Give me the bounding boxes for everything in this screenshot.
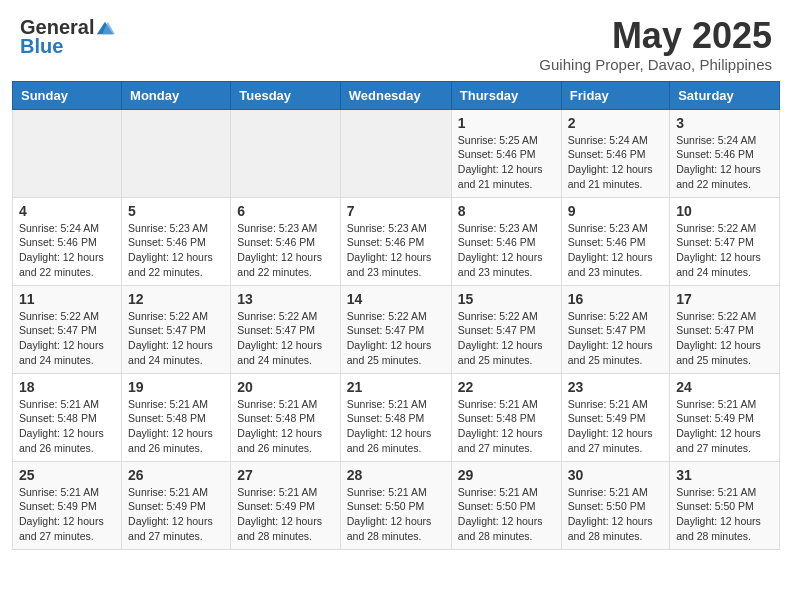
calendar-day-cell: 6Sunrise: 5:23 AMSunset: 5:46 PMDaylight… bbox=[231, 197, 340, 285]
day-info: Sunrise: 5:21 AMSunset: 5:48 PMDaylight:… bbox=[128, 397, 224, 456]
day-number: 20 bbox=[237, 379, 333, 395]
day-info: Sunrise: 5:22 AMSunset: 5:47 PMDaylight:… bbox=[19, 309, 115, 368]
calendar-day-cell: 26Sunrise: 5:21 AMSunset: 5:49 PMDayligh… bbox=[122, 461, 231, 549]
month-title: May 2025 bbox=[539, 16, 772, 56]
day-number: 27 bbox=[237, 467, 333, 483]
day-info: Sunrise: 5:22 AMSunset: 5:47 PMDaylight:… bbox=[568, 309, 663, 368]
day-number: 13 bbox=[237, 291, 333, 307]
day-info: Sunrise: 5:21 AMSunset: 5:49 PMDaylight:… bbox=[128, 485, 224, 544]
calendar-week-row: 4Sunrise: 5:24 AMSunset: 5:46 PMDaylight… bbox=[13, 197, 780, 285]
calendar-day-cell: 21Sunrise: 5:21 AMSunset: 5:48 PMDayligh… bbox=[340, 373, 451, 461]
day-number: 22 bbox=[458, 379, 555, 395]
calendar-week-row: 25Sunrise: 5:21 AMSunset: 5:49 PMDayligh… bbox=[13, 461, 780, 549]
day-number: 11 bbox=[19, 291, 115, 307]
day-info: Sunrise: 5:23 AMSunset: 5:46 PMDaylight:… bbox=[347, 221, 445, 280]
day-of-week-header: Friday bbox=[561, 81, 669, 109]
calendar-day-cell: 2Sunrise: 5:24 AMSunset: 5:46 PMDaylight… bbox=[561, 109, 669, 197]
day-info: Sunrise: 5:25 AMSunset: 5:46 PMDaylight:… bbox=[458, 133, 555, 192]
calendar-day-cell: 31Sunrise: 5:21 AMSunset: 5:50 PMDayligh… bbox=[670, 461, 780, 549]
day-info: Sunrise: 5:21 AMSunset: 5:48 PMDaylight:… bbox=[19, 397, 115, 456]
calendar-day-cell: 30Sunrise: 5:21 AMSunset: 5:50 PMDayligh… bbox=[561, 461, 669, 549]
day-number: 19 bbox=[128, 379, 224, 395]
day-number: 29 bbox=[458, 467, 555, 483]
calendar-week-row: 11Sunrise: 5:22 AMSunset: 5:47 PMDayligh… bbox=[13, 285, 780, 373]
calendar-header-row: SundayMondayTuesdayWednesdayThursdayFrid… bbox=[13, 81, 780, 109]
day-info: Sunrise: 5:24 AMSunset: 5:46 PMDaylight:… bbox=[676, 133, 773, 192]
day-info: Sunrise: 5:21 AMSunset: 5:48 PMDaylight:… bbox=[237, 397, 333, 456]
calendar-day-cell: 11Sunrise: 5:22 AMSunset: 5:47 PMDayligh… bbox=[13, 285, 122, 373]
day-of-week-header: Tuesday bbox=[231, 81, 340, 109]
calendar-day-cell: 25Sunrise: 5:21 AMSunset: 5:49 PMDayligh… bbox=[13, 461, 122, 549]
day-number: 5 bbox=[128, 203, 224, 219]
calendar-day-cell: 15Sunrise: 5:22 AMSunset: 5:47 PMDayligh… bbox=[451, 285, 561, 373]
calendar-day-cell: 5Sunrise: 5:23 AMSunset: 5:46 PMDaylight… bbox=[122, 197, 231, 285]
calendar-day-cell: 17Sunrise: 5:22 AMSunset: 5:47 PMDayligh… bbox=[670, 285, 780, 373]
day-number: 7 bbox=[347, 203, 445, 219]
day-number: 10 bbox=[676, 203, 773, 219]
day-info: Sunrise: 5:23 AMSunset: 5:46 PMDaylight:… bbox=[237, 221, 333, 280]
day-number: 17 bbox=[676, 291, 773, 307]
day-number: 6 bbox=[237, 203, 333, 219]
day-info: Sunrise: 5:22 AMSunset: 5:47 PMDaylight:… bbox=[237, 309, 333, 368]
day-of-week-header: Monday bbox=[122, 81, 231, 109]
day-info: Sunrise: 5:21 AMSunset: 5:49 PMDaylight:… bbox=[568, 397, 663, 456]
day-info: Sunrise: 5:23 AMSunset: 5:46 PMDaylight:… bbox=[458, 221, 555, 280]
day-of-week-header: Thursday bbox=[451, 81, 561, 109]
day-info: Sunrise: 5:21 AMSunset: 5:49 PMDaylight:… bbox=[19, 485, 115, 544]
day-info: Sunrise: 5:22 AMSunset: 5:47 PMDaylight:… bbox=[676, 221, 773, 280]
day-number: 4 bbox=[19, 203, 115, 219]
day-info: Sunrise: 5:22 AMSunset: 5:47 PMDaylight:… bbox=[128, 309, 224, 368]
day-info: Sunrise: 5:24 AMSunset: 5:46 PMDaylight:… bbox=[19, 221, 115, 280]
day-number: 14 bbox=[347, 291, 445, 307]
day-info: Sunrise: 5:24 AMSunset: 5:46 PMDaylight:… bbox=[568, 133, 663, 192]
day-number: 8 bbox=[458, 203, 555, 219]
calendar-day-cell: 16Sunrise: 5:22 AMSunset: 5:47 PMDayligh… bbox=[561, 285, 669, 373]
title-section: May 2025 Guihing Proper, Davao, Philippi… bbox=[539, 16, 772, 73]
calendar-day-cell: 14Sunrise: 5:22 AMSunset: 5:47 PMDayligh… bbox=[340, 285, 451, 373]
logo: General Blue bbox=[20, 16, 116, 58]
calendar-day-cell bbox=[13, 109, 122, 197]
calendar-day-cell: 27Sunrise: 5:21 AMSunset: 5:49 PMDayligh… bbox=[231, 461, 340, 549]
calendar-day-cell: 22Sunrise: 5:21 AMSunset: 5:48 PMDayligh… bbox=[451, 373, 561, 461]
calendar-day-cell: 4Sunrise: 5:24 AMSunset: 5:46 PMDaylight… bbox=[13, 197, 122, 285]
calendar-day-cell: 9Sunrise: 5:23 AMSunset: 5:46 PMDaylight… bbox=[561, 197, 669, 285]
calendar-day-cell: 19Sunrise: 5:21 AMSunset: 5:48 PMDayligh… bbox=[122, 373, 231, 461]
calendar-day-cell: 18Sunrise: 5:21 AMSunset: 5:48 PMDayligh… bbox=[13, 373, 122, 461]
page-header: General Blue May 2025 Guihing Proper, Da… bbox=[0, 0, 792, 81]
day-info: Sunrise: 5:21 AMSunset: 5:49 PMDaylight:… bbox=[676, 397, 773, 456]
day-number: 26 bbox=[128, 467, 224, 483]
day-number: 25 bbox=[19, 467, 115, 483]
calendar-table: SundayMondayTuesdayWednesdayThursdayFrid… bbox=[12, 81, 780, 550]
day-info: Sunrise: 5:22 AMSunset: 5:47 PMDaylight:… bbox=[458, 309, 555, 368]
calendar-day-cell: 20Sunrise: 5:21 AMSunset: 5:48 PMDayligh… bbox=[231, 373, 340, 461]
day-number: 3 bbox=[676, 115, 773, 131]
calendar-week-row: 1Sunrise: 5:25 AMSunset: 5:46 PMDaylight… bbox=[13, 109, 780, 197]
day-info: Sunrise: 5:21 AMSunset: 5:50 PMDaylight:… bbox=[676, 485, 773, 544]
day-number: 28 bbox=[347, 467, 445, 483]
day-info: Sunrise: 5:22 AMSunset: 5:47 PMDaylight:… bbox=[347, 309, 445, 368]
day-info: Sunrise: 5:23 AMSunset: 5:46 PMDaylight:… bbox=[568, 221, 663, 280]
day-of-week-header: Saturday bbox=[670, 81, 780, 109]
logo-blue: Blue bbox=[20, 35, 63, 58]
calendar-day-cell: 29Sunrise: 5:21 AMSunset: 5:50 PMDayligh… bbox=[451, 461, 561, 549]
day-info: Sunrise: 5:21 AMSunset: 5:50 PMDaylight:… bbox=[568, 485, 663, 544]
day-info: Sunrise: 5:21 AMSunset: 5:48 PMDaylight:… bbox=[458, 397, 555, 456]
calendar-day-cell: 3Sunrise: 5:24 AMSunset: 5:46 PMDaylight… bbox=[670, 109, 780, 197]
day-number: 23 bbox=[568, 379, 663, 395]
day-number: 2 bbox=[568, 115, 663, 131]
day-number: 1 bbox=[458, 115, 555, 131]
day-info: Sunrise: 5:21 AMSunset: 5:50 PMDaylight:… bbox=[347, 485, 445, 544]
calendar-day-cell: 1Sunrise: 5:25 AMSunset: 5:46 PMDaylight… bbox=[451, 109, 561, 197]
logo-icon bbox=[95, 18, 115, 38]
calendar-day-cell: 28Sunrise: 5:21 AMSunset: 5:50 PMDayligh… bbox=[340, 461, 451, 549]
location: Guihing Proper, Davao, Philippines bbox=[539, 56, 772, 73]
calendar-day-cell: 12Sunrise: 5:22 AMSunset: 5:47 PMDayligh… bbox=[122, 285, 231, 373]
calendar-day-cell: 24Sunrise: 5:21 AMSunset: 5:49 PMDayligh… bbox=[670, 373, 780, 461]
day-number: 24 bbox=[676, 379, 773, 395]
day-number: 31 bbox=[676, 467, 773, 483]
day-number: 12 bbox=[128, 291, 224, 307]
day-number: 16 bbox=[568, 291, 663, 307]
calendar-day-cell: 23Sunrise: 5:21 AMSunset: 5:49 PMDayligh… bbox=[561, 373, 669, 461]
calendar-day-cell bbox=[231, 109, 340, 197]
day-of-week-header: Sunday bbox=[13, 81, 122, 109]
